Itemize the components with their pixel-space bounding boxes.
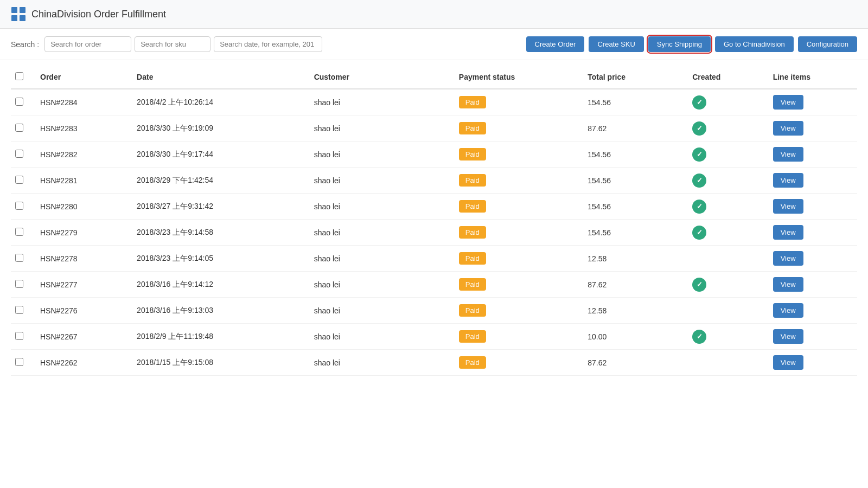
row-payment-status: Paid [455,272,583,298]
row-customer: shao lei [310,246,455,272]
row-line-items: View [769,324,857,350]
row-checkbox[interactable] [15,176,23,184]
svg-rect-0 [11,7,17,13]
row-checkbox[interactable] [15,150,23,158]
paid-badge: Paid [459,174,486,187]
row-checkbox[interactable] [15,124,23,132]
view-button[interactable]: View [773,173,803,188]
row-checkbox[interactable] [15,306,23,314]
table-row: HSN#2262 2018/1/15 上午9:15:08 shao lei Pa… [11,350,857,376]
row-checkbox[interactable] [15,358,23,366]
row-payment-status: Paid [455,168,583,194]
paid-badge: Paid [459,148,486,160]
row-created: ✓ [688,220,768,246]
paid-badge: Paid [459,96,486,108]
created-check-icon: ✓ [692,147,706,162]
view-button[interactable]: View [773,95,803,110]
row-total-price: 154.56 [583,89,688,115]
row-created: ✓ [688,168,768,194]
row-created [688,350,768,376]
col-header-date: Date [132,66,310,89]
search-date-input[interactable] [214,36,322,52]
view-button[interactable]: View [773,251,803,266]
page-title: ChinaDivision Order Fulfillment [31,9,166,20]
row-checkbox-cell [11,194,36,220]
table-row: HSN#2267 2018/2/9 上午11:19:48 shao lei Pa… [11,324,857,350]
row-created [688,298,768,324]
table-row: HSN#2276 2018/3/16 上午9:13:03 shao lei Pa… [11,298,857,324]
row-checkbox[interactable] [15,332,23,340]
row-checkbox-cell [11,115,36,142]
svg-rect-1 [20,7,25,13]
row-checkbox-cell [11,324,36,350]
row-date: 2018/3/30 上午9:17:44 [132,142,310,168]
row-payment-status: Paid [455,220,583,246]
row-date: 2018/3/29 下午1:42:54 [132,168,310,194]
row-line-items: View [769,220,857,246]
row-checkbox-cell [11,246,36,272]
row-payment-status: Paid [455,142,583,168]
view-button[interactable]: View [773,355,803,370]
action-buttons: Create Order Create SKU Sync Shipping Go… [526,36,857,52]
orders-table: Order Date Customer Payment status Total… [11,66,857,376]
sync-shipping-button[interactable]: Sync Shipping [648,36,711,52]
orders-table-container: Order Date Customer Payment status Total… [0,60,868,381]
search-order-input[interactable] [44,36,131,52]
row-customer: shao lei [310,220,455,246]
table-row: HSN#2281 2018/3/29 下午1:42:54 shao lei Pa… [11,168,857,194]
row-customer: shao lei [310,168,455,194]
col-header-created: Created [688,66,768,89]
row-line-items: View [769,272,857,298]
search-sku-input[interactable] [135,36,210,52]
row-total-price: 87.62 [583,272,688,298]
go-chinadivision-button[interactable]: Go to Chinadivision [715,36,794,52]
row-checkbox[interactable] [15,202,23,210]
table-header-row: Order Date Customer Payment status Total… [11,66,857,89]
row-checkbox-cell [11,168,36,194]
view-button[interactable]: View [773,225,803,240]
paid-badge: Paid [459,200,486,213]
select-all-checkbox[interactable] [15,72,23,80]
row-customer: shao lei [310,115,455,142]
row-checkbox[interactable] [15,98,23,106]
svg-rect-2 [11,15,17,21]
app-icon [11,7,26,22]
view-button[interactable]: View [773,121,803,136]
row-order-id: HSN#2280 [36,194,132,220]
table-row: HSN#2277 2018/3/16 上午9:14:12 shao lei Pa… [11,272,857,298]
col-header-total: Total price [583,66,688,89]
row-date: 2018/3/30 上午9:19:09 [132,115,310,142]
row-created: ✓ [688,142,768,168]
create-order-button[interactable]: Create Order [526,36,585,52]
row-line-items: View [769,142,857,168]
row-payment-status: Paid [455,350,583,376]
row-checkbox[interactable] [15,228,23,236]
view-button[interactable]: View [773,303,803,318]
row-checkbox-cell [11,89,36,115]
view-button[interactable]: View [773,277,803,292]
row-order-id: HSN#2277 [36,272,132,298]
row-line-items: View [769,246,857,272]
row-checkbox[interactable] [15,280,23,288]
row-customer: shao lei [310,89,455,115]
paid-badge: Paid [459,330,486,343]
row-payment-status: Paid [455,246,583,272]
view-button[interactable]: View [773,329,803,344]
view-button[interactable]: View [773,199,803,214]
view-button[interactable]: View [773,147,803,162]
row-total-price: 154.56 [583,220,688,246]
row-line-items: View [769,194,857,220]
configuration-button[interactable]: Configuration [798,36,857,52]
created-check-icon: ✓ [692,121,706,136]
create-sku-button[interactable]: Create SKU [589,36,643,52]
row-order-id: HSN#2278 [36,246,132,272]
row-checkbox-cell [11,298,36,324]
row-created: ✓ [688,89,768,115]
app-header: ChinaDivision Order Fulfillment [0,0,868,29]
row-order-id: HSN#2283 [36,115,132,142]
row-checkbox[interactable] [15,254,23,262]
paid-badge: Paid [459,226,486,239]
toolbar: Search : Create Order Create SKU Sync Sh… [0,29,868,60]
row-date: 2018/3/27 上午9:31:42 [132,194,310,220]
paid-badge: Paid [459,252,486,265]
